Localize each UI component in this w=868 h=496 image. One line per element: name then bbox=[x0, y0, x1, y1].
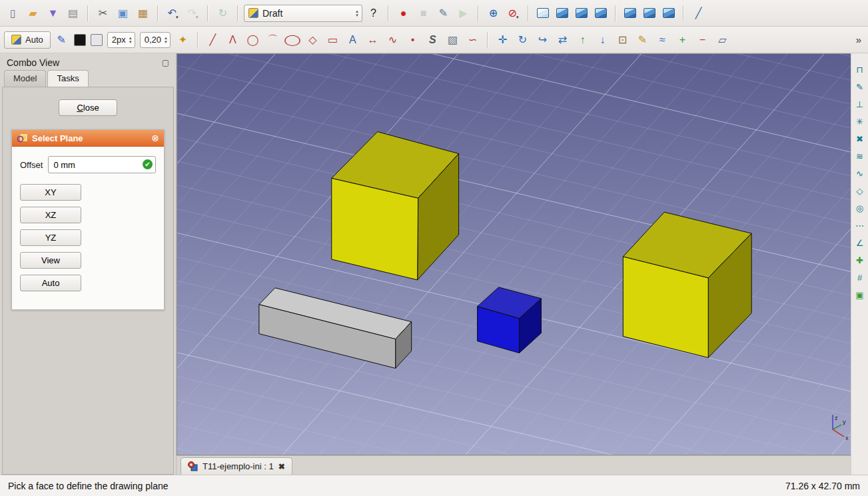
view-isometric-icon[interactable] bbox=[537, 8, 549, 18]
document-tab[interactable]: T11-ejemplo-ini : 1 ✖ bbox=[181, 457, 292, 475]
draft-autoplane-button[interactable]: Auto bbox=[4, 31, 51, 49]
viewport-scene[interactable]: zyx bbox=[177, 54, 851, 455]
snap-center-icon[interactable]: ◎ bbox=[853, 201, 867, 215]
select-plane-header[interactable]: Select Plane ⊗ bbox=[12, 130, 164, 147]
snap-extension-icon[interactable]: ◇ bbox=[853, 184, 867, 197]
save-icon[interactable]: ▼ bbox=[44, 4, 62, 22]
snap-angle-icon[interactable]: ∠ bbox=[853, 236, 867, 249]
draft-text-icon[interactable]: A bbox=[344, 31, 362, 49]
view-front-icon[interactable] bbox=[556, 8, 568, 18]
snap-near-icon[interactable]: ∿ bbox=[853, 167, 867, 180]
snap-parallel-icon[interactable]: ≋ bbox=[853, 149, 867, 163]
snap-intersection-icon[interactable]: ✖ bbox=[853, 132, 867, 145]
toolbar-overflow-chevron[interactable]: » bbox=[856, 34, 864, 45]
blue-cube[interactable] bbox=[478, 287, 542, 353]
draft-dimension-icon[interactable]: ↔ bbox=[364, 31, 382, 49]
plane-button-xy[interactable]: XY bbox=[20, 184, 81, 201]
undo-icon[interactable]: ↶▾ bbox=[164, 4, 182, 22]
draft-add-point-icon[interactable]: + bbox=[673, 31, 691, 49]
cursor-dimensions: 71.26 x 42.70 mm bbox=[785, 481, 860, 491]
macro-stop-icon[interactable]: ■ bbox=[414, 4, 432, 22]
draft-arc-icon[interactable]: ⌒ bbox=[264, 31, 282, 49]
plane-button-auto[interactable]: Auto bbox=[20, 275, 81, 291]
snap-dimensions-icon[interactable]: # bbox=[853, 271, 867, 284]
draft-facebinder-icon[interactable]: ▧ bbox=[444, 31, 462, 49]
apply-style-icon[interactable]: ✦ bbox=[174, 31, 192, 49]
line-width-spinner[interactable]: 2px▲▼ bbox=[107, 32, 135, 48]
3d-viewport[interactable]: zyx bbox=[177, 53, 851, 455]
draft-rectangle-icon[interactable]: ▭ bbox=[324, 31, 342, 49]
view-bottom-icon[interactable] bbox=[644, 8, 655, 18]
text-scale-spinner[interactable]: 0,20▲▼ bbox=[140, 32, 171, 48]
new-document-icon[interactable]: ▯ bbox=[4, 4, 22, 22]
plane-button-xz[interactable]: XZ bbox=[20, 207, 81, 223]
zoom-icon[interactable]: ⊕ bbox=[484, 4, 502, 22]
draft-shape2dview-icon[interactable]: ▱ bbox=[713, 31, 731, 49]
draft-circle-icon[interactable]: ◯ bbox=[244, 31, 262, 49]
close-tab-icon[interactable]: ✖ bbox=[278, 462, 285, 471]
line-color-swatch[interactable] bbox=[74, 34, 86, 46]
draft-point-icon[interactable]: • bbox=[404, 31, 422, 49]
construction-mode-icon[interactable]: ✎ bbox=[53, 31, 71, 49]
draft-wire-to-bspline-icon[interactable]: ≈ bbox=[653, 31, 671, 49]
close-task-button[interactable]: Close bbox=[59, 99, 117, 116]
toolbar-separator bbox=[237, 5, 238, 21]
plane-button-view[interactable]: View bbox=[20, 252, 81, 269]
macro-play-icon[interactable]: ▶ bbox=[454, 4, 472, 22]
draft-trimex-icon[interactable]: ⇄ bbox=[554, 31, 572, 49]
snap-lock-icon[interactable]: ⊓ bbox=[853, 63, 867, 76]
draw-style-icon[interactable]: ⊘▾ bbox=[504, 4, 522, 22]
snap-midpoint-icon[interactable]: ✚ bbox=[853, 253, 867, 267]
valid-check-icon: ✔ bbox=[143, 159, 153, 169]
draft-shapestring-icon[interactable]: S bbox=[424, 31, 442, 49]
whats-this-icon[interactable]: ? bbox=[364, 4, 382, 22]
view-top-icon[interactable] bbox=[576, 8, 588, 18]
plane-button-yz[interactable]: YZ bbox=[20, 229, 81, 246]
draft-rotate-icon[interactable]: ↻ bbox=[514, 31, 532, 49]
axis-label-y: y bbox=[843, 419, 846, 425]
snap-perpendicular-icon[interactable]: ⊥ bbox=[853, 97, 867, 111]
yellow-box-right[interactable] bbox=[623, 212, 751, 357]
select-plane-title: Select Plane bbox=[32, 133, 83, 143]
offset-input[interactable] bbox=[48, 156, 156, 173]
snap-endpoint-icon[interactable]: ✎ bbox=[853, 80, 867, 93]
draft-upgrade-icon[interactable]: ↑ bbox=[574, 31, 592, 49]
draft-downgrade-icon[interactable]: ↓ bbox=[594, 31, 612, 49]
draft-edit-icon[interactable]: ✎ bbox=[634, 31, 651, 49]
refresh-icon[interactable]: ↻ bbox=[214, 4, 232, 22]
print-icon[interactable]: ▤ bbox=[64, 4, 82, 22]
view-left-icon[interactable] bbox=[663, 8, 675, 18]
view-right-icon[interactable] bbox=[595, 8, 607, 18]
tab-tasks[interactable]: Tasks bbox=[47, 70, 88, 87]
draft-bspline-icon[interactable]: ∿ bbox=[384, 31, 402, 49]
snap-grid-icon[interactable]: ✳ bbox=[853, 115, 867, 128]
tab-model[interactable]: Model bbox=[4, 70, 46, 87]
gray-bar[interactable] bbox=[259, 288, 412, 369]
toolbar-separator bbox=[615, 5, 616, 21]
snap-special-icon[interactable]: ⋯ bbox=[853, 219, 867, 232]
macro-edit-icon[interactable]: ✎ bbox=[434, 4, 452, 22]
copy-icon[interactable]: ▣ bbox=[114, 4, 132, 22]
open-folder-icon[interactable]: ▰ bbox=[24, 4, 42, 22]
collapse-panel-icon[interactable]: ⊗ bbox=[151, 133, 159, 143]
macro-record-icon[interactable]: ● bbox=[394, 4, 412, 22]
draft-move-icon[interactable]: ✛ bbox=[494, 31, 512, 49]
draft-delete-point-icon[interactable]: − bbox=[693, 31, 711, 49]
face-color-swatch[interactable] bbox=[91, 34, 103, 46]
draft-ellipse-icon[interactable]: ◯ bbox=[284, 31, 302, 49]
draft-plane-icon bbox=[11, 35, 21, 45]
snap-working-plane-icon[interactable]: ▣ bbox=[853, 288, 867, 301]
float-panel-icon[interactable]: ▢ bbox=[162, 58, 169, 67]
cut-icon[interactable]: ✂ bbox=[94, 4, 112, 22]
draft-wire-icon[interactable]: Λ bbox=[224, 31, 242, 49]
draft-line-icon[interactable]: ╱ bbox=[204, 31, 222, 49]
workbench-selector[interactable]: Draft▲▼ bbox=[244, 5, 362, 22]
paste-icon[interactable]: ▦ bbox=[134, 4, 152, 22]
draft-offset-icon[interactable]: ↪ bbox=[534, 31, 552, 49]
draft-scale-icon[interactable]: ⊡ bbox=[614, 31, 632, 49]
draft-polygon-icon[interactable]: ◇ bbox=[304, 31, 322, 49]
redo-icon[interactable]: ↷▾ bbox=[184, 4, 202, 22]
draft-bezier-icon[interactable]: ∽ bbox=[464, 31, 482, 49]
measure-distance-icon[interactable]: ╱ bbox=[689, 4, 707, 22]
view-rear-icon[interactable] bbox=[624, 8, 636, 18]
